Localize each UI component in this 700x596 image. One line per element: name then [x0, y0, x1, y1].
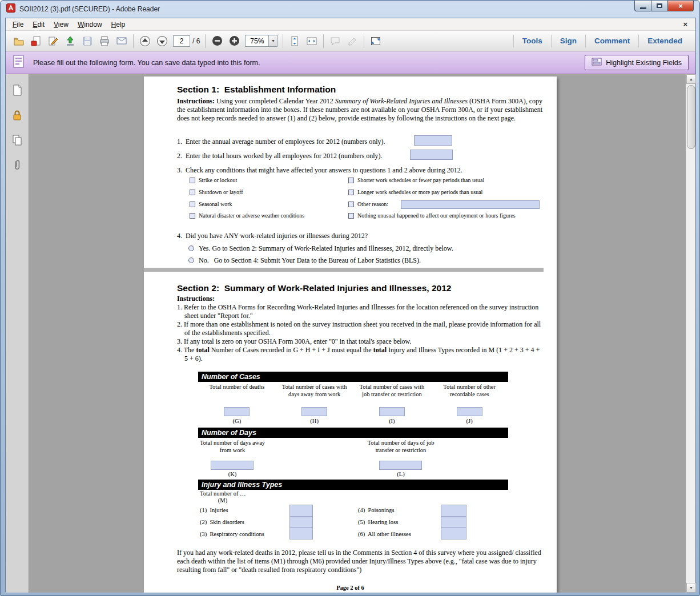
pdf-document-icon — [30, 35, 42, 47]
save-button[interactable] — [79, 33, 96, 49]
radio-no[interactable] — [188, 257, 194, 263]
checkbox-natural-disaster[interactable] — [190, 213, 195, 219]
checkbox-label: Shorter work schedules or fewer pay peri… — [357, 177, 484, 183]
chevron-down-icon[interactable]: ▼ — [268, 35, 277, 46]
skin-disorders-field[interactable] — [289, 516, 313, 528]
checkbox-label: Longer work schedules or more pay period… — [357, 189, 482, 195]
extended-panel-button[interactable]: Extended — [638, 35, 691, 47]
page-up-icon — [139, 35, 151, 47]
sign-document-button[interactable] — [45, 33, 62, 49]
page-thumbnails-button[interactable] — [9, 82, 25, 98]
checkbox-seasonal-work[interactable] — [190, 202, 195, 207]
column-header: Total number of other recordable cases — [431, 384, 508, 398]
column-header: Total number of deaths — [198, 384, 276, 398]
checkbox-shorter-schedules[interactable] — [348, 178, 354, 183]
menu-edit[interactable]: Edit — [28, 19, 49, 30]
menu-view[interactable]: View — [49, 19, 73, 30]
scrolling-mode-button[interactable] — [286, 33, 303, 49]
sign-pen-icon — [47, 35, 59, 47]
checkbox-shutdown-or-layoff[interactable] — [190, 190, 195, 195]
highlight-button-label: Highlight Existing Fields — [606, 59, 682, 67]
checkbox-strike-or-lockout[interactable] — [190, 178, 195, 183]
menu-file[interactable]: File — [8, 19, 28, 30]
security-settings-button[interactable] — [9, 107, 25, 123]
radio-yes-label: Yes. Go to Section 2: Summary of Work-Re… — [199, 244, 453, 253]
title-bar[interactable]: SOII2012 (3).pdf (SECURED) - Adobe Reade… — [1, 1, 699, 18]
hearing-loss-field[interactable] — [441, 516, 466, 528]
toolbar-separator — [283, 34, 283, 48]
question3-label: 3. Check any conditions that might have … — [177, 166, 462, 175]
column-header: Total number of days away from work — [198, 440, 267, 454]
column-letter: (H) — [276, 418, 353, 425]
job-transfer-cases-field[interactable] — [379, 407, 405, 416]
poisonings-field[interactable] — [441, 505, 466, 517]
pages-button[interactable] — [9, 132, 25, 148]
document-area[interactable]: Section 1: Establishment Information Ins… — [29, 74, 686, 593]
sign-panel-button[interactable]: Sign — [551, 35, 585, 47]
window-controls: × — [635, 1, 694, 11]
markup-pen-icon — [347, 35, 358, 47]
section2-instructions: Instructions: 1. Refer to the OSHA Forms… — [177, 295, 542, 363]
fit-width-button[interactable] — [303, 33, 320, 49]
summary-table: Number of Cases Total number of deaths T… — [198, 372, 508, 550]
open-file-button[interactable] — [10, 33, 27, 49]
close-document-icon[interactable]: × — [683, 20, 687, 29]
convert-pdf-button[interactable] — [27, 33, 45, 49]
checkbox-longer-schedules[interactable] — [348, 190, 354, 195]
cases-letters-row: (G) (H) (I) (J) — [198, 418, 508, 425]
menu-help[interactable]: Help — [107, 19, 130, 30]
type-label-hearing-loss: (5) Hearing loss — [358, 519, 398, 525]
attachments-button[interactable] — [9, 158, 25, 174]
comment-bubble-icon — [329, 35, 341, 47]
comment-panel-button[interactable]: Comment — [585, 35, 638, 47]
tools-panel-button[interactable]: Tools — [513, 35, 551, 47]
email-button[interactable] — [113, 33, 130, 49]
zoom-level-select[interactable]: 75% ▼ — [245, 35, 277, 47]
highlight-existing-fields-button[interactable]: Highlight Existing Fields — [585, 55, 689, 70]
comment-button[interactable] — [327, 33, 344, 49]
employees-count-field[interactable] — [414, 135, 452, 146]
share-upload-button[interactable] — [62, 33, 79, 49]
all-other-illnesses-field[interactable] — [441, 527, 466, 539]
menu-window[interactable]: Window — [73, 19, 107, 30]
page-count-label: / 6 — [192, 37, 200, 45]
days-away-total-field[interactable] — [211, 461, 254, 470]
section1-instructions: Instructions: Using your completed Calen… — [177, 97, 542, 123]
checkbox-label: Nothing unusual happened to affect our e… — [357, 212, 516, 219]
maximize-icon — [657, 3, 662, 8]
toolbar-separator — [364, 34, 364, 48]
panel-buttons: Tools Sign Comment Extended — [513, 31, 691, 51]
vertical-scrollbar[interactable]: ▲ ▼ — [686, 74, 695, 593]
other-recordable-cases-field[interactable] — [457, 407, 482, 416]
close-button[interactable]: × — [667, 1, 694, 11]
page-number-input[interactable] — [173, 35, 190, 47]
scroll-down-icon[interactable]: ▼ — [686, 583, 696, 593]
radio-yes[interactable] — [188, 245, 194, 251]
deaths-total-field[interactable] — [224, 407, 250, 416]
zoom-out-button[interactable] — [208, 33, 226, 49]
scrollbar-thumb[interactable] — [687, 85, 695, 149]
checkbox-nothing-unusual[interactable] — [348, 213, 354, 219]
other-reason-field[interactable] — [401, 200, 540, 209]
injuries-field[interactable] — [289, 505, 313, 517]
number-of-days-header: Number of Days — [198, 428, 508, 438]
markup-button[interactable] — [344, 33, 361, 49]
checkbox-other-reason[interactable] — [348, 202, 354, 207]
total-hours-field[interactable] — [410, 150, 453, 160]
job-transfer-days-field[interactable] — [379, 461, 422, 470]
print-button[interactable] — [96, 33, 113, 49]
minimize-button[interactable] — [634, 1, 651, 11]
respiratory-conditions-field[interactable] — [289, 527, 313, 539]
column-letter: (K) — [198, 471, 267, 477]
maximize-button[interactable] — [651, 1, 668, 11]
fullscreen-button[interactable] — [367, 33, 384, 49]
column-letter: (L) — [367, 471, 435, 477]
next-page-button[interactable] — [154, 33, 171, 49]
days-away-cases-field[interactable] — [301, 407, 327, 416]
toolbar-separator — [205, 34, 206, 48]
menu-bar: File Edit View Window Help × — [6, 18, 695, 31]
scroll-up-icon[interactable]: ▲ — [686, 74, 696, 84]
zoom-in-button[interactable] — [226, 33, 243, 49]
previous-page-button[interactable] — [136, 33, 154, 49]
checkbox-label: Other reason: — [357, 201, 388, 207]
